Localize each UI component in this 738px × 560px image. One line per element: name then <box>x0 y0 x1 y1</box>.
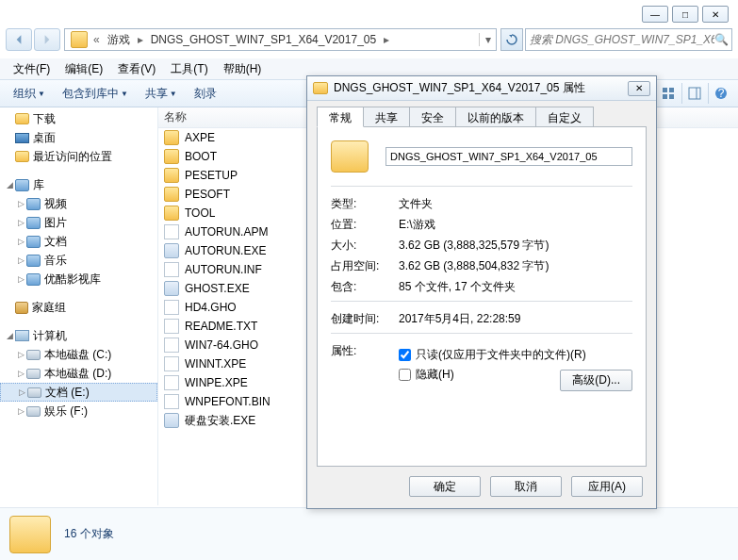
sidebar-item-pictures[interactable]: ▷图片 <box>0 213 157 232</box>
breadcrumb-part[interactable]: 游戏 <box>102 32 136 48</box>
sidebar-item-recent[interactable]: 最近访问的位置 <box>0 147 157 166</box>
expand-icon[interactable]: ▷ <box>16 387 27 397</box>
chevron-right-icon: ▸ <box>136 33 145 46</box>
music-icon <box>26 255 41 267</box>
sidebar-item-documents[interactable]: ▷文档 <box>0 232 157 251</box>
file-icon <box>164 262 179 277</box>
collapse-icon[interactable]: ◢ <box>4 180 15 189</box>
folder-icon <box>71 31 88 48</box>
menu-tools[interactable]: 工具(T) <box>163 59 215 79</box>
folder-icon <box>331 140 369 173</box>
sidebar-item-downloads[interactable]: 下载 <box>0 109 157 128</box>
breadcrumb-dropdown[interactable]: ▾ <box>479 33 494 46</box>
file-icon <box>164 224 179 239</box>
dialog-tabs: 常规 共享 安全 以前的版本 自定义 <box>317 107 647 127</box>
folder-icon <box>164 149 179 164</box>
expand-icon[interactable]: ▷ <box>15 369 26 378</box>
collapse-icon[interactable]: ◢ <box>4 331 15 340</box>
menu-edit[interactable]: 编辑(E) <box>57 59 110 79</box>
share-button[interactable]: 共享▼ <box>138 83 185 105</box>
contains-label: 包含: <box>331 279 399 295</box>
sidebar-item-videos[interactable]: ▷视频 <box>0 194 157 213</box>
cancel-button[interactable]: 取消 <box>490 476 562 497</box>
menu-file[interactable]: 文件(F) <box>6 59 57 79</box>
sidebar-item-music[interactable]: ▷音乐 <box>0 251 157 270</box>
tab-content-general: 类型:文件夹 位置:E:\游戏 大小:3.62 GB (3,888,325,57… <box>317 126 647 467</box>
forward-button[interactable] <box>34 28 60 51</box>
minimize-button[interactable]: — <box>642 6 668 23</box>
preview-pane-button[interactable] <box>681 83 706 104</box>
file-icon <box>164 356 179 371</box>
drive-icon <box>26 350 41 360</box>
sidebar-item-library[interactable]: ◢库 <box>0 175 157 194</box>
burn-button[interactable]: 刻录 <box>187 83 224 105</box>
tab-general[interactable]: 常规 <box>317 107 364 127</box>
refresh-button[interactable] <box>500 28 523 51</box>
tab-previous-versions[interactable]: 以前的版本 <box>455 107 536 127</box>
expand-icon[interactable]: ▷ <box>15 255 26 265</box>
search-input[interactable] <box>530 33 714 46</box>
sidebar-item-drive-c[interactable]: ▷本地磁盘 (C:) <box>0 345 157 364</box>
location-value: E:\游戏 <box>399 217 632 233</box>
video-icon <box>26 198 41 210</box>
file-icon <box>164 300 179 315</box>
include-library-button[interactable]: 包含到库中▼ <box>55 83 136 105</box>
svg-rect-4 <box>689 88 700 99</box>
sidebar-item-drive-d[interactable]: ▷本地磁盘 (D:) <box>0 364 157 383</box>
svg-rect-3 <box>669 94 674 99</box>
sidebar-item-homegroup[interactable]: 家庭组 <box>0 298 157 317</box>
sidebar-item-computer[interactable]: ◢计算机 <box>0 326 157 345</box>
help-button[interactable]: ? <box>708 83 732 104</box>
expand-icon[interactable]: ▷ <box>15 350 26 359</box>
folder-icon <box>9 516 51 553</box>
dialog-titlebar[interactable]: DNGS_GHOST_WIN7_SP1_X64_V2017_05 属性 ✕ <box>307 76 656 101</box>
folder-icon <box>164 206 179 221</box>
back-button[interactable] <box>6 28 32 51</box>
dialog-close-button[interactable]: ✕ <box>628 81 650 96</box>
chevron-icon: « <box>91 33 102 46</box>
tab-custom[interactable]: 自定义 <box>535 107 594 127</box>
file-icon <box>164 338 179 353</box>
tab-share[interactable]: 共享 <box>363 107 410 127</box>
organize-button[interactable]: 组织▼ <box>6 83 53 105</box>
expand-icon[interactable]: ▷ <box>15 199 26 208</box>
expand-icon[interactable]: ▷ <box>15 274 26 284</box>
view-options-button[interactable] <box>655 83 680 104</box>
folder-name-input[interactable] <box>385 147 632 166</box>
file-icon <box>164 375 179 390</box>
expand-icon[interactable]: ▷ <box>15 406 26 416</box>
exe-icon <box>164 243 179 258</box>
hidden-checkbox[interactable] <box>399 369 411 381</box>
dialog-title: DNGS_GHOST_WIN7_SP1_X64_V2017_05 属性 <box>334 80 628 96</box>
expand-icon[interactable]: ▷ <box>15 237 26 246</box>
expand-icon[interactable]: ▷ <box>15 218 26 227</box>
sidebar-item-drive-e[interactable]: ▷文档 (E:) <box>0 383 157 402</box>
maximize-button[interactable]: □ <box>672 6 698 23</box>
svg-rect-2 <box>663 94 667 99</box>
size-value: 3.62 GB (3,888,325,579 字节) <box>399 238 632 254</box>
navigation-bar: « 游戏 ▸ DNGS_GHOST_WIN7_SP1_X64_V2017_05 … <box>6 26 732 53</box>
menu-view[interactable]: 查看(V) <box>110 59 163 79</box>
ok-button[interactable]: 确定 <box>409 476 481 497</box>
tab-security[interactable]: 安全 <box>409 107 456 127</box>
desktop-icon <box>15 133 29 143</box>
search-box[interactable]: 🔍 <box>525 28 732 51</box>
attributes-label: 属性: <box>331 343 399 391</box>
close-window-button[interactable]: ✕ <box>702 6 729 23</box>
pictures-icon <box>26 217 41 229</box>
breadcrumb[interactable]: « 游戏 ▸ DNGS_GHOST_WIN7_SP1_X64_V2017_05 … <box>64 28 497 51</box>
svg-rect-1 <box>669 88 674 92</box>
status-bar: 16 个对象 <box>0 507 738 560</box>
sidebar-item-drive-f[interactable]: ▷娱乐 (F:) <box>0 402 157 420</box>
sidebar-item-youku[interactable]: ▷优酷影视库 <box>0 270 157 288</box>
readonly-checkbox[interactable] <box>399 349 411 361</box>
folder-icon <box>164 130 179 145</box>
size-label: 大小: <box>331 238 399 254</box>
chevron-right-icon: ▸ <box>382 33 391 46</box>
sidebar-item-desktop[interactable]: 桌面 <box>0 128 157 147</box>
breadcrumb-part[interactable]: DNGS_GHOST_WIN7_SP1_X64_V2017_05 <box>145 33 382 46</box>
menu-help[interactable]: 帮助(H) <box>216 59 270 79</box>
apply-button[interactable]: 应用(A) <box>571 476 643 497</box>
dialog-buttons: 确定 取消 应用(A) <box>317 467 647 499</box>
advanced-button[interactable]: 高级(D)... <box>560 370 632 391</box>
